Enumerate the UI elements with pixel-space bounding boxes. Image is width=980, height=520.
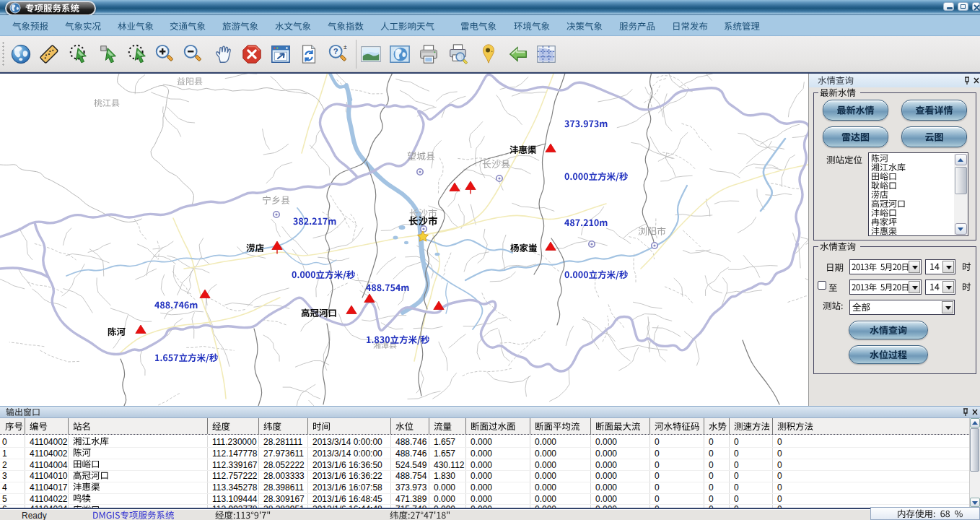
svg-text:?: ? [333,47,338,56]
svg-text:±: ± [344,43,347,51]
